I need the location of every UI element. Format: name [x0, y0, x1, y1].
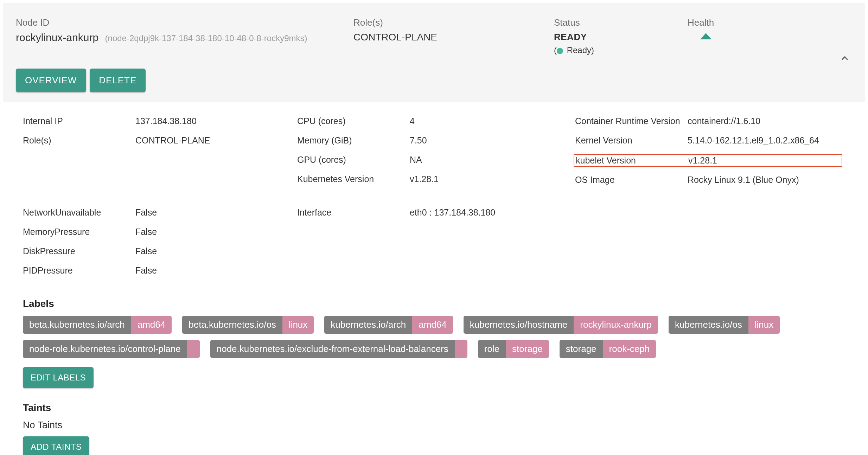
status-dot-icon — [557, 48, 563, 54]
kv-key: PIDPressure — [23, 265, 135, 276]
kv-value: False — [135, 207, 157, 218]
kv-key: Kernel Version — [575, 135, 688, 146]
kv-row: NetworkUnavailableFalse — [23, 207, 297, 218]
taints-section: Taints No Taints ADD TAINTS — [23, 402, 845, 455]
chevron-up-icon — [839, 52, 851, 64]
collapse-toggle[interactable] — [839, 52, 851, 66]
label-chip-key: kubernetes.io/os — [669, 316, 748, 334]
label-chip-value — [187, 340, 200, 358]
info-col-3: Container Runtime Versioncontainerd://1.… — [575, 116, 842, 194]
status-chip: ( Ready) — [554, 45, 688, 55]
kv-value: False — [135, 246, 157, 256]
kv-key: OS Image — [575, 175, 688, 185]
conditions-col-2: Interfaceeth0 : 137.184.38.180 — [297, 207, 575, 285]
kv-key: Interface — [297, 207, 410, 218]
body-panel: Internal IP137.184.38.180Role(s)CONTROL-… — [3, 102, 865, 455]
kv-key: NetworkUnavailable — [23, 207, 135, 218]
header-roles-col: Role(s) CONTROL-PLANE — [353, 17, 554, 55]
kv-key: GPU (cores) — [297, 155, 410, 165]
node-name: rockylinux-ankurp — [16, 32, 98, 44]
header-node-col: Node ID rockylinux-ankurp (node-2qdpj9k-… — [16, 17, 353, 55]
kv-key: Role(s) — [23, 135, 135, 146]
label-chip-value: amd64 — [131, 316, 172, 334]
kv-value: 7.50 — [410, 135, 427, 146]
taints-title: Taints — [23, 402, 845, 414]
label-chip-key: node-role.kubernetes.io/control-plane — [23, 340, 187, 358]
label-chip-key: storage — [560, 340, 603, 358]
kv-key: MemoryPressure — [23, 227, 135, 237]
kv-key: Memory (GiB) — [297, 135, 410, 146]
edit-labels-button[interactable]: EDIT LABELS — [23, 367, 94, 388]
label-chip-value: storage — [506, 340, 549, 358]
kv-row: kubelet Versionv1.28.1 — [574, 154, 842, 167]
kv-row: OS ImageRocky Linux 9.1 (Blue Onyx) — [575, 175, 842, 185]
label-chip-key: role — [478, 340, 506, 358]
status-chip-text: Ready — [567, 45, 591, 55]
conditions-col-1: NetworkUnavailableFalseMemoryPressureFal… — [23, 207, 297, 285]
kv-key: DiskPressure — [23, 246, 135, 256]
add-taints-button[interactable]: ADD TAINTS — [23, 436, 89, 455]
header-health-col: Health — [688, 17, 800, 55]
status-label: Status — [554, 17, 688, 28]
label-chip[interactable]: beta.kubernetes.io/oslinux — [182, 316, 314, 334]
label-chip-value — [455, 340, 467, 358]
node-id-label: Node ID — [16, 17, 353, 28]
label-chip-key: kubernetes.io/hostname — [464, 316, 574, 334]
kv-value: containerd://1.6.10 — [688, 116, 760, 126]
label-chip[interactable]: kubernetes.io/oslinux — [669, 316, 780, 334]
info-col-2: CPU (cores)4Memory (GiB)7.50GPU (cores)N… — [297, 116, 575, 194]
kv-row: Role(s)CONTROL-PLANE — [23, 135, 297, 146]
kv-row: CPU (cores)4 — [297, 116, 575, 126]
status-value: READY — [554, 32, 688, 43]
kv-key: Container Runtime Version — [575, 116, 688, 126]
header-panel: Node ID rockylinux-ankurp (node-2qdpj9k-… — [3, 3, 865, 102]
kv-value: CONTROL-PLANE — [135, 135, 210, 146]
overview-button[interactable]: OVERVIEW — [16, 69, 86, 92]
delete-button[interactable]: DELETE — [90, 69, 146, 92]
label-chip-value: linux — [748, 316, 780, 334]
label-chip[interactable]: beta.kubernetes.io/archamd64 — [23, 316, 172, 334]
health-up-icon — [700, 33, 711, 39]
kv-row: Container Runtime Versioncontainerd://1.… — [575, 116, 842, 126]
label-chip[interactable]: storagerook-ceph — [560, 340, 656, 358]
node-card: Node ID rockylinux-ankurp (node-2qdpj9k-… — [3, 3, 865, 455]
kv-value: 4 — [410, 116, 415, 126]
label-chip-key: kubernetes.io/arch — [324, 316, 412, 334]
labels-section: Labels beta.kubernetes.io/archamd64beta.… — [23, 298, 845, 388]
kv-value: v1.28.1 — [688, 155, 717, 166]
label-chip[interactable]: kubernetes.io/hostnamerockylinux-ankurp — [464, 316, 658, 334]
kv-value: False — [135, 227, 157, 237]
label-chip[interactable]: node.kubernetes.io/exclude-from-external… — [210, 340, 467, 358]
label-chip-value: linux — [282, 316, 314, 334]
label-chip-key: node.kubernetes.io/exclude-from-external… — [210, 340, 455, 358]
kv-row: DiskPressureFalse — [23, 246, 297, 256]
kv-key: Kubernetes Version — [297, 174, 410, 184]
header-status-col: Status READY ( Ready) — [554, 17, 688, 55]
kv-value: 137.184.38.180 — [135, 116, 197, 126]
info-row-1: Internal IP137.184.38.180Role(s)CONTROL-… — [23, 116, 845, 194]
label-chip[interactable]: node-role.kubernetes.io/control-plane — [23, 340, 200, 358]
roles-label: Role(s) — [353, 17, 554, 28]
kv-key: Internal IP — [23, 116, 135, 126]
label-chip-key: beta.kubernetes.io/arch — [23, 316, 131, 334]
kv-row: Kubernetes Versionv1.28.1 — [297, 174, 575, 184]
kv-row: MemoryPressureFalse — [23, 227, 297, 237]
header-buttons: OVERVIEW DELETE — [16, 69, 852, 92]
kv-value: Rocky Linux 9.1 (Blue Onyx) — [688, 175, 799, 185]
kv-row: Interfaceeth0 : 137.184.38.180 — [297, 207, 575, 218]
label-chip[interactable]: kubernetes.io/archamd64 — [324, 316, 453, 334]
kv-key: kubelet Version — [576, 155, 688, 166]
kv-row: Internal IP137.184.38.180 — [23, 116, 297, 126]
label-chip[interactable]: rolestorage — [478, 340, 549, 358]
label-chip-value: amd64 — [412, 316, 453, 334]
label-chip-value: rockylinux-ankurp — [574, 316, 658, 334]
conditions-col-3 — [575, 207, 842, 285]
label-chip-key: beta.kubernetes.io/os — [182, 316, 282, 334]
kv-value: False — [135, 265, 157, 276]
labels-title: Labels — [23, 298, 845, 309]
kv-row: PIDPressureFalse — [23, 265, 297, 276]
health-label: Health — [688, 17, 800, 28]
label-chip-value: rook-ceph — [603, 340, 656, 358]
kv-value: 5.14.0-162.12.1.el9_1.0.2.x86_64 — [688, 135, 819, 146]
labels-chips: beta.kubernetes.io/archamd64beta.kuberne… — [23, 316, 845, 358]
